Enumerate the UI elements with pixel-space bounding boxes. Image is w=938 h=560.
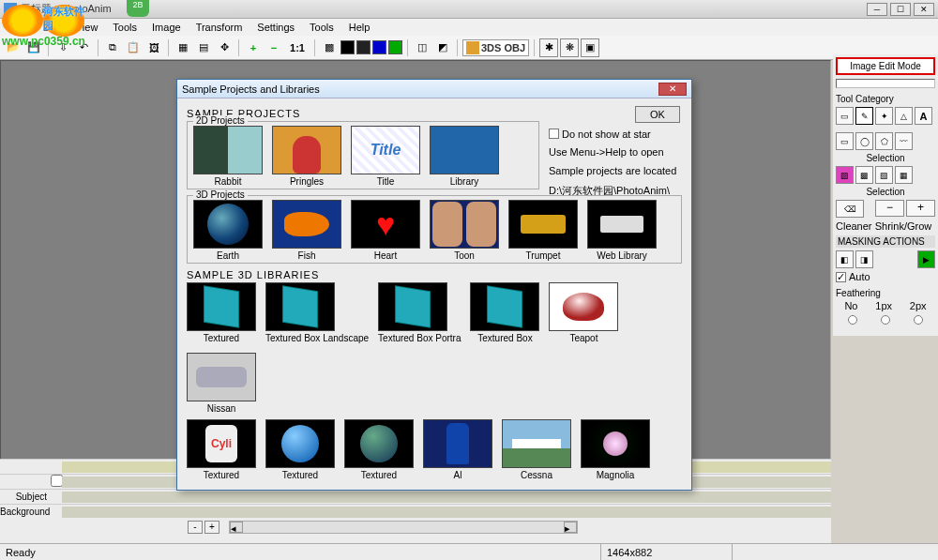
tool-export-icon[interactable]: ⇩ (53, 38, 72, 57)
sel-ellipse-icon[interactable]: ◯ (855, 132, 873, 150)
masking-header: MASKING ACTIONS (836, 235, 935, 248)
zoom-actual[interactable]: 1:1 (285, 38, 310, 57)
sel-rect-icon[interactable]: ▭ (836, 132, 854, 150)
lib-magnolia[interactable]: Magnolia (581, 419, 650, 480)
project-toon[interactable]: Toon (430, 200, 499, 261)
edit-mode-label: Image Edit Mode (836, 57, 935, 75)
grow-button[interactable]: + (906, 200, 935, 217)
project-fish[interactable]: Fish (272, 200, 341, 261)
lib-textured-box[interactable]: Textured Box (470, 282, 539, 343)
menu-transform[interactable]: Transform (189, 20, 250, 35)
tool-open-icon[interactable]: 📂 (4, 38, 23, 57)
project-pringles[interactable]: Pringles (272, 126, 341, 187)
dialog-ok-button[interactable]: OK (635, 106, 680, 123)
project-title[interactable]: TitleTitle (351, 126, 420, 187)
cat-magic-icon[interactable]: ✦ (875, 107, 893, 125)
color-swatch-green[interactable] (388, 40, 402, 54)
sel-mode-c-icon[interactable]: ▧ (875, 166, 893, 184)
group-2d-legend: 2D Projects (193, 115, 248, 126)
maximize-button[interactable]: ☐ (890, 3, 911, 16)
color-swatch-blue[interactable] (372, 40, 386, 54)
sel-mode-b-icon[interactable]: ▩ (855, 166, 873, 184)
color-swatch-dark[interactable] (356, 40, 371, 54)
cat-select-icon[interactable]: ▭ (836, 107, 854, 125)
tool-pan-icon[interactable]: ✥ (215, 38, 234, 57)
menu-file[interactable]: File (4, 20, 36, 35)
menu-tools2[interactable]: Tools (302, 20, 341, 35)
export-3ds-button[interactable]: 3DS OBJ (462, 39, 529, 56)
track-background[interactable] (62, 507, 831, 518)
mask-b-icon[interactable]: ◨ (855, 250, 873, 268)
cat-lasso-icon[interactable]: ✎ (855, 107, 873, 125)
lib-nissan[interactable]: Nissan (187, 353, 256, 414)
menu-help[interactable]: Help (341, 20, 378, 35)
track-subject[interactable] (62, 492, 831, 503)
menu-edit[interactable]: Edit (36, 20, 68, 35)
tool-fx-a-icon[interactable]: ✱ (539, 38, 558, 57)
project-weblibrary[interactable]: Web Library (587, 200, 657, 261)
menu-tools1[interactable]: Tools (105, 20, 144, 35)
tool-fx-b-icon[interactable]: ❋ (560, 38, 579, 57)
tool-save-icon[interactable]: 💾 (24, 38, 43, 57)
tool-grid-icon[interactable]: ▦ (174, 38, 192, 57)
cat-shape-icon[interactable]: △ (895, 107, 913, 125)
color-swatch-black[interactable] (340, 40, 355, 54)
lib-box-landscape[interactable]: Textured Box Landscape (265, 282, 369, 343)
lib-teapot[interactable]: Teapot (549, 282, 618, 343)
mode-input[interactable] (836, 79, 935, 88)
track-add-button[interactable]: + (204, 521, 219, 534)
dialog-close-button[interactable]: ✕ (658, 83, 687, 96)
tool-checker-icon[interactable]: ▩ (320, 38, 339, 57)
tool-copy-icon[interactable]: ⧉ (103, 38, 122, 57)
auto-checkbox[interactable]: ✓ (836, 272, 846, 282)
zoom-in-icon[interactable]: + (244, 38, 263, 57)
auto-label: Auto (849, 271, 870, 282)
project-heart[interactable]: ♥Heart (351, 200, 420, 261)
mask-apply-icon[interactable]: ▶ (917, 250, 935, 268)
sel-mode-a-icon[interactable]: ▨ (836, 166, 854, 184)
lib-textured-cyl[interactable]: CyliTextured (187, 419, 256, 480)
shrink-button[interactable]: − (875, 200, 904, 217)
cleaner-label: Cleaner (836, 220, 871, 232)
lib-cessna[interactable]: Cessna (502, 419, 571, 480)
sel-free-icon[interactable]: 〰 (895, 132, 913, 150)
status-bar: Ready 1464x882 (0, 543, 938, 560)
project-earth[interactable]: Earth (193, 200, 263, 261)
sel-mode-d-icon[interactable]: ▦ (895, 166, 913, 184)
project-library[interactable]: Library (430, 126, 499, 187)
menu-settings[interactable]: Settings (250, 20, 302, 35)
menu-image[interactable]: Image (144, 20, 189, 35)
feather-radio-no[interactable] (848, 315, 857, 325)
project-trumpet[interactable]: Trumpet (508, 200, 578, 261)
menu-view[interactable]: View (68, 20, 106, 35)
feather-radio-1[interactable] (881, 315, 890, 325)
cleaner-icon[interactable]: ⌫ (836, 200, 864, 218)
lib-al[interactable]: Al (423, 419, 492, 480)
close-button[interactable]: ✕ (914, 3, 934, 16)
tool-fx-c-icon[interactable]: ▣ (581, 38, 599, 57)
project-rabbit[interactable]: Rabbit (193, 126, 263, 187)
dont-show-checkbox[interactable] (549, 129, 559, 139)
minimize-button[interactable]: ─ (867, 3, 887, 16)
tool-paste-icon[interactable]: 📋 (124, 38, 143, 57)
track-remove-button[interactable]: - (188, 521, 203, 534)
lib-textured-1[interactable]: Textured (187, 282, 256, 343)
sel-poly-icon[interactable]: ⬠ (875, 132, 893, 150)
dont-show-label: Do not show at star (562, 129, 651, 140)
feather-radio-2[interactable] (914, 315, 923, 325)
tool-3d-b-icon[interactable]: ◩ (433, 38, 452, 57)
lib-box-portra[interactable]: Textured Box Portra (378, 282, 461, 343)
mask-a-icon[interactable]: ◧ (836, 250, 854, 268)
tool-image-icon[interactable]: 🖼 (144, 38, 163, 57)
lib-textured-sphere1[interactable]: Textured (265, 419, 335, 480)
dialog-titlebar[interactable]: Sample Projects and Libraries ✕ (177, 80, 691, 98)
timeline-scrollbar[interactable]: ◂▸ (229, 521, 578, 534)
tool-layers-icon[interactable]: ▤ (194, 38, 213, 57)
tool-3d-a-icon[interactable]: ◫ (413, 38, 431, 57)
selection-label-2: Selection (836, 187, 935, 197)
lib-textured-sphere2[interactable]: Textured (344, 419, 414, 480)
cat-text-icon[interactable]: A (915, 107, 932, 125)
zoom-out-icon[interactable]: − (265, 38, 283, 57)
menu-bar: File Edit View Tools Image Transform Set… (0, 19, 938, 36)
tool-undo-icon[interactable]: ↶ (74, 38, 93, 57)
